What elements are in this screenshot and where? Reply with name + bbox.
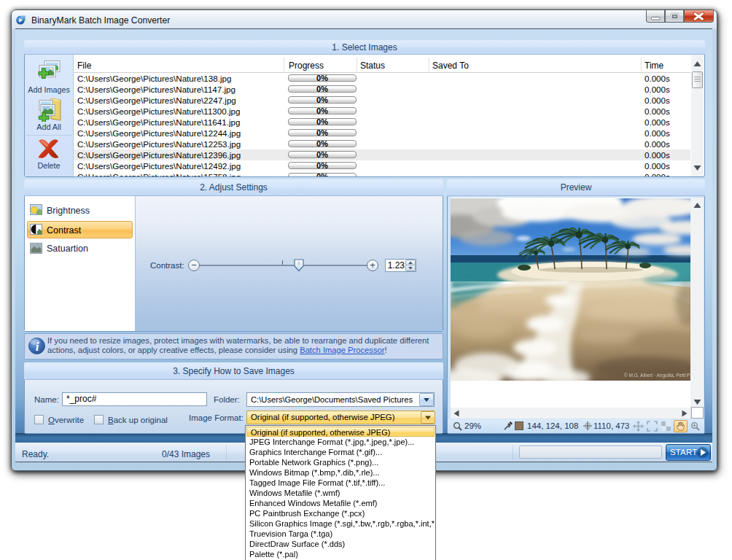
svg-text:© M.G. Albert · Anguilla, Peti: © M.G. Albert · Anguilla, Petit Plage (624, 373, 690, 378)
svg-text:i: i (36, 340, 39, 354)
